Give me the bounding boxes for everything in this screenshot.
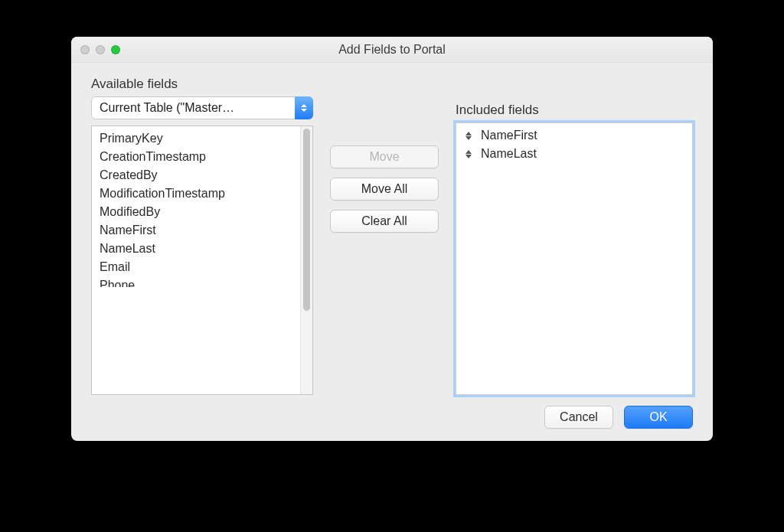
middle-buttons: Move Move All Clear All [330, 77, 439, 395]
dialog-window: Add Fields to Portal Available fields Cu… [71, 37, 713, 441]
maximize-icon[interactable] [111, 45, 120, 54]
minimize-icon[interactable] [96, 45, 105, 54]
columns: Available fields Current Table ("Master…… [91, 77, 693, 395]
list-item[interactable]: Phone [92, 276, 300, 287]
clear-all-button[interactable]: Clear All [330, 210, 439, 233]
titlebar: Add Fields to Portal [71, 37, 713, 63]
table-selector[interactable]: Current Table ("Master… [91, 96, 313, 119]
footer: Cancel OK [91, 395, 693, 429]
list-item[interactable]: NameFirst [456, 126, 692, 145]
close-icon[interactable] [80, 45, 90, 54]
move-all-button[interactable]: Move All [330, 178, 439, 201]
available-column: Available fields Current Table ("Master…… [91, 77, 313, 395]
available-list-inner: PrimaryKey CreationTimestamp CreatedBy M… [92, 126, 300, 394]
ok-button[interactable]: OK [624, 406, 693, 429]
list-item[interactable]: NameFirst [92, 221, 300, 240]
scrollbar-thumb[interactable] [303, 129, 310, 311]
list-item[interactable]: NameLast [92, 240, 300, 258]
list-item[interactable]: Email [92, 258, 300, 276]
drag-handle-icon[interactable] [464, 132, 473, 140]
table-selector-value: Current Table ("Master… [91, 96, 313, 119]
list-item[interactable]: CreationTimestamp [92, 148, 300, 166]
list-item[interactable]: PrimaryKey [92, 129, 300, 148]
scrollbar[interactable] [300, 126, 312, 394]
drag-handle-icon[interactable] [464, 150, 473, 158]
list-item-label: NameLast [481, 147, 537, 161]
content-area: Available fields Current Table ("Master…… [71, 63, 713, 441]
list-item[interactable]: NameLast [456, 145, 692, 163]
traffic-lights [80, 45, 120, 54]
included-column: Included fields NameFirst NameLast [456, 77, 693, 395]
window-title: Add Fields to Portal [71, 43, 713, 57]
available-label: Available fields [91, 77, 313, 92]
list-item[interactable]: ModificationTimestamp [92, 184, 300, 203]
list-item[interactable]: CreatedBy [92, 166, 300, 184]
included-listbox[interactable]: NameFirst NameLast [456, 122, 693, 395]
available-listbox[interactable]: PrimaryKey CreationTimestamp CreatedBy M… [91, 126, 313, 395]
list-item-label: NameFirst [481, 129, 537, 142]
move-button[interactable]: Move [330, 145, 439, 168]
included-label: Included fields [456, 103, 693, 118]
chevron-up-down-icon[interactable] [295, 96, 313, 119]
cancel-button[interactable]: Cancel [544, 406, 613, 429]
list-item[interactable]: ModifiedBy [92, 203, 300, 221]
